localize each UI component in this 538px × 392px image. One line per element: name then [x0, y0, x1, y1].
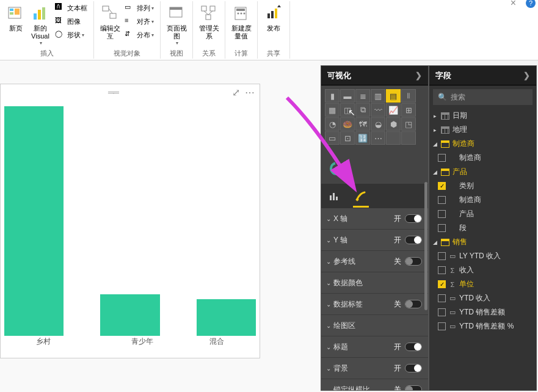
- grip-icon[interactable]: ══: [108, 87, 118, 97]
- new-measure-button[interactable]: 新建度量值: [229, 1, 253, 43]
- viz-type-2[interactable]: ≣: [355, 89, 370, 103]
- viz-type-20[interactable]: 🔢: [355, 131, 370, 145]
- arrange-button[interactable]: ▭排列: [122, 1, 156, 15]
- checkbox[interactable]: ✓: [438, 182, 446, 190]
- bar-混合[interactable]: [197, 299, 256, 336]
- svg-rect-2: [10, 12, 13, 15]
- checkbox[interactable]: [438, 224, 446, 232]
- viz-type-4[interactable]: ▤: [386, 89, 401, 103]
- field-制造商[interactable]: 制造商: [429, 193, 536, 207]
- field-YTD 收入[interactable]: ▭YTD 收入: [429, 291, 536, 305]
- checkbox[interactable]: [438, 210, 446, 218]
- panel-header[interactable]: 可视化 ❯: [321, 66, 428, 85]
- viz-type-16[interactable]: ⬢: [386, 117, 401, 131]
- panel-header[interactable]: 字段 ❯: [429, 66, 536, 85]
- field-产品[interactable]: 产品: [429, 207, 536, 221]
- viz-type-15[interactable]: ◒: [371, 117, 385, 131]
- toggle[interactable]: [405, 300, 422, 308]
- edit-interactions-button[interactable]: 编辑交互: [98, 1, 122, 43]
- table-产品[interactable]: ◢产品: [429, 165, 536, 179]
- toggle[interactable]: [405, 364, 422, 372]
- ribbon: 新页 新的Visual 🅰文本框 🖼图像 ◯形状 插入 编辑交互 ▭排列 ≡对齐: [0, 0, 538, 60]
- manage-relationships-button[interactable]: 管理关系: [197, 1, 221, 43]
- fields-tab[interactable]: [326, 188, 342, 204]
- table-日期[interactable]: ▸日期: [429, 109, 536, 123]
- distribute-button[interactable]: ⇵分布: [122, 28, 156, 42]
- format-row-标题[interactable]: ⌄标题开: [321, 336, 428, 358]
- field-段[interactable]: 段: [429, 221, 536, 235]
- viz-type-12[interactable]: ◔: [325, 117, 340, 131]
- page-view-button[interactable]: 页面视图: [164, 1, 189, 48]
- new-visual-button[interactable]: 新的Visual: [28, 1, 53, 48]
- field-单位[interactable]: ✓Σ单位: [429, 277, 536, 291]
- new-page-button[interactable]: 新页: [4, 1, 28, 35]
- checkbox[interactable]: [438, 196, 446, 204]
- viz-type-14[interactable]: 🗺: [355, 117, 370, 131]
- field-YTD 销售差额[interactable]: ▭YTD 销售差额: [429, 305, 536, 319]
- more-options-icon[interactable]: ⋯: [245, 87, 255, 98]
- align-button[interactable]: ≡对齐: [122, 15, 156, 28]
- viz-type-8[interactable]: ⧉: [355, 103, 370, 117]
- bar-青少年[interactable]: [100, 294, 159, 336]
- checkbox[interactable]: [438, 154, 446, 162]
- toggle[interactable]: [405, 214, 422, 223]
- field-LY YTD 收入[interactable]: ▭LY YTD 收入: [429, 249, 536, 263]
- format-row-Y 轴[interactable]: ⌄Y 轴开: [321, 230, 428, 251]
- format-row-锁定纵横比[interactable]: ⌄锁定纵横比关: [321, 379, 428, 390]
- bar-chart-visual[interactable]: ══ ⤢ ⋯ 乡村青少年混合: [0, 84, 260, 358]
- checkbox[interactable]: [438, 252, 446, 260]
- viz-type-5[interactable]: ⫴: [401, 89, 416, 103]
- viz-type-18[interactable]: ▭: [325, 131, 340, 145]
- field-制造商[interactable]: 制造商: [429, 151, 536, 165]
- checkbox[interactable]: [438, 322, 446, 330]
- format-tab[interactable]: [353, 188, 369, 204]
- bar-乡村[interactable]: [4, 106, 64, 336]
- table-地理[interactable]: ▸地理: [429, 123, 536, 137]
- toggle[interactable]: [405, 385, 422, 390]
- ribbon-group-calc: 新建度量值 计算: [225, 1, 258, 59]
- checkbox[interactable]: [438, 266, 446, 274]
- svg-rect-5: [38, 10, 41, 20]
- textbox-button[interactable]: 🅰文本框: [53, 1, 90, 15]
- search-input[interactable]: 🔍 搜索: [433, 89, 533, 105]
- viz-type-11[interactable]: ⊞: [401, 103, 416, 117]
- shapes-button[interactable]: ◯形状: [53, 28, 90, 42]
- viz-type-10[interactable]: 📈: [386, 103, 401, 117]
- report-canvas[interactable]: ══ ⤢ ⋯ 乡村青少年混合: [0, 60, 321, 392]
- format-row-数据颜色[interactable]: ⌄数据颜色: [321, 272, 428, 294]
- field-收入[interactable]: Σ收入: [429, 263, 536, 277]
- format-row-参考线[interactable]: ⌄参考线关: [321, 251, 428, 272]
- toggle[interactable]: [405, 236, 422, 244]
- viz-type-17[interactable]: ◳: [401, 117, 416, 131]
- format-row-背景[interactable]: ⌄背景开: [321, 358, 428, 379]
- viz-type-19[interactable]: ⊡: [340, 131, 355, 145]
- publish-button[interactable]: 发布: [261, 1, 286, 35]
- viz-type-21[interactable]: ⋯: [371, 131, 385, 145]
- table-销售[interactable]: ◢销售: [429, 235, 536, 249]
- checkbox[interactable]: [438, 294, 446, 302]
- close-icon[interactable]: ×: [511, 0, 516, 9]
- viz-type-6[interactable]: ▦: [325, 103, 340, 117]
- table-制造商[interactable]: ◢制造商: [429, 137, 536, 151]
- viz-type-0[interactable]: ▮: [325, 89, 340, 103]
- format-row-数据标签[interactable]: ⌄数据标签关: [321, 294, 428, 315]
- checkbox[interactable]: [438, 308, 446, 316]
- viz-type-13[interactable]: 🍩: [340, 117, 355, 131]
- viz-type-3[interactable]: ▥: [371, 89, 385, 103]
- viz-type-9[interactable]: 〰: [371, 103, 385, 117]
- toggle[interactable]: [405, 343, 422, 351]
- viz-type-23[interactable]: [401, 131, 416, 145]
- format-row-绘图区[interactable]: ⌄绘图区: [321, 315, 428, 336]
- ribbon-group-visuals: 编辑交互 ▭排列 ≡对齐 ⇵分布 视觉对象: [94, 1, 161, 59]
- viz-type-1[interactable]: ▬: [340, 89, 355, 103]
- focus-mode-icon[interactable]: ⤢: [232, 87, 240, 98]
- checkbox[interactable]: ✓: [438, 280, 446, 288]
- viz-type-22[interactable]: [386, 131, 401, 145]
- arrange-icon: ▭: [125, 3, 134, 13]
- field-类别[interactable]: ✓类别: [429, 179, 536, 193]
- scrollbar-thumb[interactable]: [424, 182, 427, 310]
- toggle[interactable]: [405, 257, 422, 266]
- image-button[interactable]: 🖼图像: [53, 15, 90, 28]
- field-YTD 销售差额 %[interactable]: ▭YTD 销售差额 %: [429, 319, 536, 333]
- format-row-X 轴[interactable]: ⌄X 轴开: [321, 208, 428, 230]
